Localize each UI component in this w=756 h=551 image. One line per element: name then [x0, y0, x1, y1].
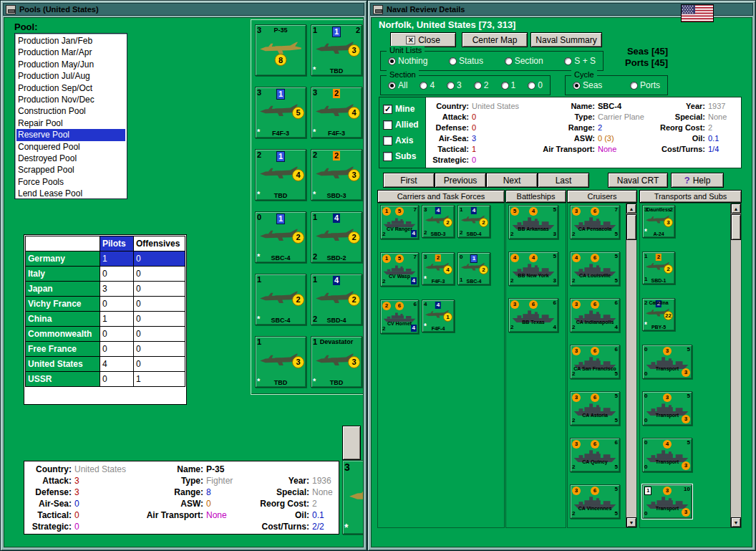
pilots-cell[interactable]: 0: [100, 372, 134, 387]
counter-sbd-4[interactable]: 1422SBD-4: [311, 274, 362, 325]
vertical-scrollbar[interactable]: ▲▼: [626, 203, 636, 527]
counter-tbd[interactable]: 21*4TBD: [255, 149, 306, 201]
first-button[interactable]: First: [383, 173, 435, 188]
pool-list-item-production-jul-aug[interactable]: Production Jul/Aug: [16, 70, 125, 82]
counter-cv-ranger[interactable]: 15724CV Ranger: [380, 205, 419, 239]
counter-sbd-4[interactable]: 1422SBD-4: [457, 205, 490, 238]
system-menu-icon[interactable]: [373, 5, 383, 14]
radio-option-seas[interactable]: Seas: [573, 80, 602, 90]
radio-button[interactable]: [447, 82, 455, 90]
pilots-cell[interactable]: 3: [100, 282, 134, 297]
country-cell[interactable]: Vichy France: [26, 297, 100, 312]
checkbox[interactable]: [383, 152, 392, 161]
offensives-cell[interactable]: 0: [134, 267, 185, 282]
column-header-carriers-and-task-forces[interactable]: Carriers and Task Forces: [377, 190, 505, 203]
filter-checkbox-subs[interactable]: Subs: [379, 148, 425, 164]
counter-sbd-2[interactable]: 1422SBD-2: [311, 211, 362, 263]
offensives-cell[interactable]: 0: [134, 357, 185, 372]
counter-sbc-4[interactable]: 1*2SBC-4: [255, 274, 306, 325]
pilots-cell[interactable]: 1: [100, 312, 134, 327]
counter-sbc-4[interactable]: 01*2SBC-4: [255, 211, 306, 263]
counter-ca-pensacola[interactable]: 36725CA Pensacola: [570, 205, 620, 239]
pool-list-item-reserve-pool[interactable]: Reserve Pool: [16, 129, 125, 140]
counter-f4f-3[interactable]: 32*4F4F-3: [311, 87, 362, 138]
column-header-battleships[interactable]: Battleships: [505, 190, 566, 203]
pool-list-item-destroyed-pool[interactable]: Destroyed Pool: [16, 153, 125, 164]
previous-button[interactable]: Previous: [435, 173, 486, 188]
pool-listbox[interactable]: Production Jan/FebProduction Mar/AprProd…: [14, 33, 127, 199]
close-button[interactable]: × Close: [390, 32, 456, 47]
pilots-cell[interactable]: 4: [100, 357, 134, 372]
radio-option-section[interactable]: Section: [505, 56, 543, 66]
radio-button[interactable]: [573, 82, 581, 90]
naval-review-titlebar[interactable]: Naval Review Details: [370, 3, 753, 16]
help-button[interactable]: ? Help: [671, 173, 724, 188]
counter-f4f-3[interactable]: 31*5F4F-3: [255, 87, 306, 138]
pool-list-item-production-nov-dec[interactable]: Production Nov/Dec: [16, 94, 125, 105]
counter-tbd[interactable]: 1*3TBD: [255, 336, 306, 388]
radio-option-4[interactable]: 4: [420, 80, 435, 90]
counter-transport[interactable]: 04503Transport: [642, 438, 692, 472]
column-header-pilots[interactable]: Pilots: [100, 236, 134, 251]
scrollbar-fragment[interactable]: [342, 426, 361, 460]
radio-button[interactable]: [528, 82, 536, 90]
counter-bb-texas[interactable]: 36624BB Texas: [508, 298, 558, 332]
pool-list-item-production-sep-oct[interactable]: Production Sep/Oct: [16, 82, 125, 94]
radio-option-ports[interactable]: Ports: [630, 80, 660, 90]
checkbox[interactable]: [383, 136, 392, 145]
filter-checkbox-mine[interactable]: ✓Mine: [379, 101, 425, 117]
offensives-cell[interactable]: 0: [134, 342, 185, 357]
counter-tbd[interactable]: 112*3TBD: [311, 24, 362, 76]
offensives-cell[interactable]: 0: [134, 251, 185, 267]
column-header-transports-and-subs[interactable]: Transports and Subs: [639, 190, 742, 203]
scroll-down-icon[interactable]: ▼: [731, 517, 741, 527]
counter-transport[interactable]: 131003Transport: [642, 484, 692, 519]
country-cell[interactable]: USSR: [26, 372, 100, 387]
counter-ca-quincy[interactable]: 36625CA Quincy: [570, 438, 620, 472]
pool-list-item-production-may-jun[interactable]: Production May/Jun: [16, 59, 125, 70]
offensives-cell[interactable]: 0: [134, 297, 185, 312]
counter-sbd-3[interactable]: 3422SBD-3: [422, 205, 455, 238]
scroll-thumb[interactable]: [626, 214, 636, 240]
pilots-cell[interactable]: 0: [100, 327, 134, 342]
pilots-cell[interactable]: 1: [100, 251, 134, 267]
radio-option-all[interactable]: All: [388, 80, 407, 90]
country-cell[interactable]: Free France: [26, 342, 100, 357]
counter-f4f-3[interactable]: 32*4F4F-3: [422, 252, 455, 285]
center-map-button[interactable]: Center Map: [462, 32, 528, 47]
counter-tbd[interactable]: 1*3DevastatorTBD: [311, 336, 362, 388]
counter-ca-san-francisco[interactable]: 36625CA San Francisco: [570, 345, 620, 379]
radio-button[interactable]: [449, 57, 457, 65]
counter-ca-louisville[interactable]: 46525CA Louisville: [570, 251, 620, 286]
pool-list-item-force-pools[interactable]: Force Pools: [16, 176, 125, 188]
counter-cv-hornet[interactable]: 26624CV Hornet: [380, 300, 419, 334]
country-cell[interactable]: Germany: [26, 251, 100, 267]
radio-button[interactable]: [420, 82, 427, 90]
radio-button[interactable]: [564, 57, 572, 65]
radio-button[interactable]: [474, 82, 482, 90]
system-menu-icon[interactable]: [6, 5, 16, 14]
counter-p-35[interactable]: 3*8P-35: [342, 460, 364, 535]
counter-f4f-4[interactable]: 44*1F4F-4: [422, 300, 455, 332]
radio-option-status[interactable]: Status: [449, 56, 483, 66]
radio-option-s-s[interactable]: S + S: [564, 56, 596, 66]
counter-bb-arkansas[interactable]: 54523BB Arkansas: [508, 205, 558, 239]
country-cell[interactable]: Commonwealth: [26, 327, 100, 342]
pool-list-item-lend-lease-pool[interactable]: Lend Lease Pool: [16, 188, 125, 199]
radio-button[interactable]: [505, 57, 513, 65]
counter-sbd-1[interactable]: 1212SBD-1: [642, 251, 675, 284]
pool-list-item-production-mar-apr[interactable]: Production Mar/Apr: [16, 47, 125, 58]
pilots-cell[interactable]: 0: [100, 297, 134, 312]
counter-a-24[interactable]: 32*3DauntlessA-24: [642, 205, 675, 238]
filter-checkbox-axis[interactable]: Axis: [379, 133, 425, 148]
counter-transport[interactable]: 03503Transport: [642, 345, 692, 379]
counter-bb-new-york[interactable]: 44523BB New York: [508, 251, 558, 286]
naval-crt-button[interactable]: Naval CRT: [608, 173, 668, 188]
counter-ca-indianapolis[interactable]: 36624CA Indianapolis: [570, 298, 620, 332]
counter-ca-vincennes[interactable]: 36525CA Vincennes: [570, 484, 620, 519]
radio-option-nothing[interactable]: Nothing: [388, 56, 427, 66]
radio-option-1[interactable]: 1: [501, 80, 516, 90]
offensives-cell[interactable]: 1: [134, 372, 185, 387]
country-cell[interactable]: China: [26, 312, 100, 327]
pilots-cell[interactable]: 0: [100, 342, 134, 357]
